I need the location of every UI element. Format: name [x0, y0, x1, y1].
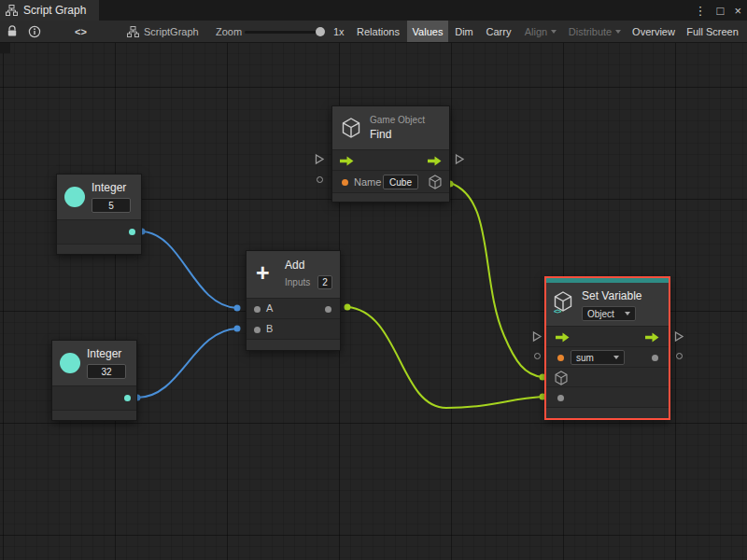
chevron-down-icon [615, 30, 621, 34]
graph-name-label: ScriptGraph [144, 26, 199, 37]
variable-scope-dropdown[interactable]: Object [582, 306, 636, 321]
node-title: Integer [87, 347, 121, 360]
title-bar: Script Graph ⋮ □ × [0, 0, 747, 21]
node-title: Add [285, 259, 304, 272]
flow-in-arrow-icon[interactable] [556, 332, 570, 343]
game-object-icon [342, 118, 360, 138]
fullscreen-button[interactable]: Full Screen [682, 21, 743, 42]
sum-output-port[interactable] [325, 306, 331, 313]
graph-icon [6, 5, 18, 16]
port-a-label: A [266, 302, 273, 314]
inputs-label: Inputs [285, 277, 310, 287]
flow-in-arrow-icon[interactable] [340, 156, 354, 166]
integer-output-port[interactable] [124, 395, 131, 401]
close-icon[interactable]: × [734, 4, 741, 18]
script-graph-icon [127, 26, 139, 37]
zoom-slider-track[interactable] [245, 31, 325, 34]
relations-button[interactable]: Relations [351, 21, 405, 42]
node-title: Set Variable [582, 289, 641, 302]
values-button[interactable]: Values [407, 21, 448, 42]
setvariable-flow-out-triangle[interactable] [673, 330, 684, 343]
node-set-variable[interactable]: <> Set Variable Object sum [544, 276, 670, 420]
add-icon: + [256, 261, 270, 285]
set-variable-icon: <> [554, 291, 574, 312]
lock-icon[interactable] [7, 25, 18, 37]
inputs-count-field[interactable]: 2 [317, 275, 332, 289]
window-menu-icon[interactable]: ⋮ [695, 4, 707, 18]
name-input-port[interactable] [342, 179, 348, 186]
zoom-value: 1x [333, 26, 345, 37]
zoom-label: Zoom [216, 26, 242, 37]
find-flow-in-triangle[interactable] [314, 153, 325, 165]
node-find[interactable]: Game Object Find Name Cube [331, 105, 450, 203]
variable-name-dropdown[interactable]: sum [571, 350, 625, 365]
node-title: Find [370, 128, 391, 141]
chevron-down-icon [551, 30, 557, 34]
name-param-label: Name [354, 176, 381, 188]
integer-icon [64, 187, 85, 207]
integer-value-field[interactable]: 5 [92, 198, 131, 213]
dim-button[interactable]: Dim [450, 21, 478, 42]
graph-toolbar: <> ScriptGraph Zoom 1x Relations Values … [0, 21, 747, 43]
flow-out-arrow-icon[interactable] [645, 332, 659, 343]
chevron-down-icon [613, 356, 619, 359]
port-a-input[interactable] [254, 306, 261, 313]
overview-button[interactable]: Overview [627, 21, 680, 42]
integer-icon [60, 353, 80, 373]
setvariable-value-in-circle[interactable] [534, 353, 541, 359]
find-value-in-circle[interactable] [317, 176, 323, 183]
distribute-button[interactable]: Distribute [564, 21, 626, 42]
variable-name-port[interactable] [557, 355, 564, 361]
node-category: Game Object [370, 115, 425, 125]
find-flow-out-triangle[interactable] [454, 153, 465, 165]
code-view-icon[interactable]: <> [75, 26, 87, 37]
target-object-port[interactable] [555, 371, 568, 385]
port-b-input[interactable] [254, 327, 261, 333]
tab-script-graph[interactable]: Script Graph [0, 0, 99, 21]
tab-title: Script Graph [23, 4, 86, 17]
name-value-field[interactable]: Cube [383, 175, 418, 189]
carry-button[interactable]: Carry [480, 21, 517, 42]
node-integer-bottom[interactable]: Integer 32 [51, 340, 137, 421]
maximize-icon[interactable]: □ [717, 4, 725, 18]
info-icon[interactable] [28, 25, 41, 38]
zoom-slider-handle[interactable] [316, 27, 325, 36]
flow-out-arrow-icon[interactable] [428, 156, 442, 166]
integer-value-field[interactable]: 32 [87, 364, 126, 379]
chevron-down-icon [625, 312, 630, 315]
canvas-corner-button[interactable] [0, 43, 10, 53]
node-add[interactable]: + Add Inputs 2 A B [246, 250, 341, 351]
value-input-port[interactable] [557, 395, 564, 401]
value-output-port[interactable] [652, 355, 658, 361]
node-integer-top[interactable]: Integer 5 [56, 174, 142, 255]
align-button[interactable]: Align [519, 21, 562, 42]
setvariable-flow-in-triangle[interactable] [531, 330, 543, 343]
setvariable-value-out-circle[interactable] [676, 353, 683, 359]
node-title: Integer [92, 181, 126, 194]
port-b-label: B [266, 323, 273, 334]
game-object-output-port[interactable] [429, 175, 442, 189]
integer-output-port[interactable] [129, 229, 135, 235]
